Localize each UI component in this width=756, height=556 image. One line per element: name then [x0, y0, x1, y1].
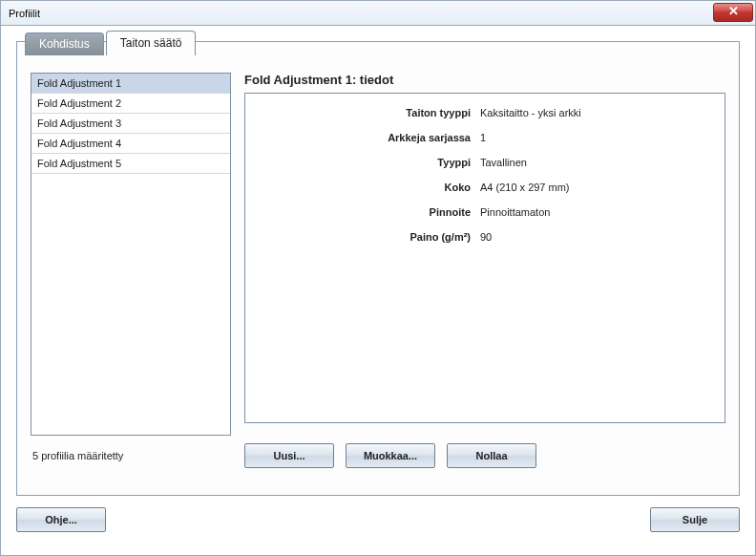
tab-taiton-saato[interactable]: Taiton säätö	[106, 31, 197, 55]
details-box: Taiton tyyppi Kaksitaitto - yksi arkki A…	[244, 93, 725, 423]
help-button[interactable]: Ohje...	[16, 507, 106, 532]
list-item[interactable]: Fold Adjustment 4	[32, 134, 230, 154]
list-item[interactable]: Fold Adjustment 1	[32, 74, 230, 94]
detail-row: Koko A4 (210 x 297 mm)	[261, 182, 709, 193]
detail-label: Pinnoite	[261, 206, 480, 218]
detail-row: Pinnoite Pinnoittamaton	[261, 206, 709, 218]
panel-body: Fold Adjustment 1 Fold Adjustment 2 Fold…	[31, 73, 725, 436]
titlebar: Profiilit ✕	[1, 1, 755, 26]
reset-button-label: Nollaa	[475, 450, 507, 461]
detail-row: Tyyppi Tavallinen	[261, 157, 709, 168]
action-button-row: Uusi... Muokkaa... Nollaa	[244, 443, 536, 468]
list-item-label: Fold Adjustment 5	[37, 158, 121, 169]
list-item-label: Fold Adjustment 2	[37, 97, 121, 109]
detail-row: Taiton tyyppi Kaksitaitto - yksi arkki	[261, 107, 709, 118]
list-item-label: Fold Adjustment 3	[37, 118, 121, 129]
detail-label: Paino (g/m²)	[261, 231, 480, 243]
detail-label: Tyyppi	[261, 157, 480, 168]
reset-button[interactable]: Nollaa	[447, 443, 536, 468]
close-icon: ✕	[728, 4, 739, 18]
profile-count: 5 profiilia määritetty	[31, 450, 244, 461]
list-item-label: Fold Adjustment 4	[37, 138, 121, 149]
detail-label: Koko	[261, 182, 480, 193]
detail-value: Tavallinen	[480, 157, 527, 168]
detail-value: Pinnoittamaton	[480, 206, 550, 218]
window-close-button[interactable]: ✕	[713, 3, 753, 22]
edit-button-label: Muokkaa...	[364, 450, 417, 461]
tab-kohdistus-label: Kohdistus	[39, 37, 90, 51]
edit-button[interactable]: Muokkaa...	[346, 443, 435, 468]
tab-kohdistus[interactable]: Kohdistus	[25, 32, 104, 55]
new-button-label: Uusi...	[273, 450, 304, 461]
profile-listbox[interactable]: Fold Adjustment 1 Fold Adjustment 2 Fold…	[31, 73, 231, 436]
list-item[interactable]: Fold Adjustment 2	[32, 94, 230, 114]
detail-value: 90	[480, 231, 492, 243]
detail-label: Arkkeja sarjassa	[261, 132, 480, 143]
below-row: 5 profiilia määritetty Uusi... Muokkaa..…	[31, 443, 725, 468]
help-button-label: Ohje...	[45, 514, 77, 525]
detail-value: Kaksitaitto - yksi arkki	[480, 107, 581, 118]
content-area: Kohdistus Taiton säätö Fold Adjustment 1…	[1, 26, 755, 507]
detail-value: 1	[480, 132, 486, 143]
tabstrip: Kohdistus Taiton säätö	[25, 31, 198, 55]
list-item-label: Fold Adjustment 1	[37, 77, 121, 89]
detail-label: Taiton tyyppi	[261, 107, 480, 118]
detail-row: Paino (g/m²) 90	[261, 231, 709, 243]
main-panel: Kohdistus Taiton säätö Fold Adjustment 1…	[16, 41, 740, 496]
close-dialog-button-label: Sulje	[682, 514, 707, 525]
list-item[interactable]: Fold Adjustment 5	[32, 154, 230, 174]
details-pane: Fold Adjustment 1: tiedot Taiton tyyppi …	[244, 73, 725, 436]
close-dialog-button[interactable]: Sulje	[650, 507, 740, 532]
bottom-bar: Ohje... Sulje	[1, 507, 755, 545]
new-button[interactable]: Uusi...	[244, 443, 334, 468]
detail-value: A4 (210 x 297 mm)	[480, 182, 570, 193]
details-title: Fold Adjustment 1: tiedot	[244, 73, 725, 87]
tab-taiton-saato-label: Taiton säätö	[120, 36, 182, 50]
detail-row: Arkkeja sarjassa 1	[261, 132, 709, 143]
list-item[interactable]: Fold Adjustment 3	[32, 114, 230, 134]
window-title: Profiilit	[9, 8, 40, 19]
